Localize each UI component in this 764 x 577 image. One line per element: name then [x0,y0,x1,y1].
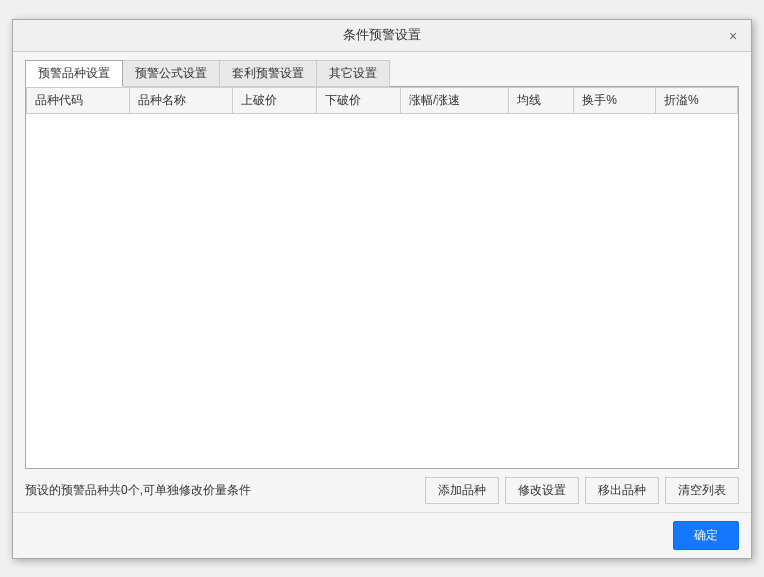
column-header-品种名称: 品种名称 [130,87,233,113]
column-header-品种代码: 品种代码 [27,87,130,113]
tab-content: 品种代码品种名称上破价下破价涨幅/涨速均线换手%折溢% [25,86,739,469]
product-table: 品种代码品种名称上破价下破价涨幅/涨速均线换手%折溢% [26,87,738,114]
tab-formula[interactable]: 预警公式设置 [122,60,220,87]
confirm-button[interactable]: 确定 [673,521,739,550]
dialog-footer: 确定 [13,512,751,558]
tab-other[interactable]: 其它设置 [316,60,390,87]
footer: 预设的预警品种共0个,可单独修改价量条件 添加品种修改设置移出品种清空列表 [25,469,739,504]
btn-修改设置[interactable]: 修改设置 [505,477,579,504]
tab-bar: 预警品种设置预警公式设置套利预警设置其它设置 [25,60,739,87]
column-header-均线: 均线 [509,87,574,113]
dialog-title: 条件预警设置 [343,26,421,44]
column-header-折溢%: 折溢% [656,87,738,113]
table-header: 品种代码品种名称上破价下破价涨幅/涨速均线换手%折溢% [27,87,738,113]
column-header-换手%: 换手% [574,87,656,113]
action-buttons: 添加品种修改设置移出品种清空列表 [425,477,739,504]
close-button[interactable]: × [723,26,743,46]
dialog-body: 预警品种设置预警公式设置套利预警设置其它设置 品种代码品种名称上破价下破价涨幅/… [13,52,751,512]
tab-profit[interactable]: 套利预警设置 [219,60,317,87]
btn-清空列表[interactable]: 清空列表 [665,477,739,504]
dialog-window: 条件预警设置 × 预警品种设置预警公式设置套利预警设置其它设置 品种代码品种名称… [12,19,752,559]
btn-移出品种[interactable]: 移出品种 [585,477,659,504]
table-header-row: 品种代码品种名称上破价下破价涨幅/涨速均线换手%折溢% [27,87,738,113]
table-container: 品种代码品种名称上破价下破价涨幅/涨速均线换手%折溢% [26,87,738,468]
status-text: 预设的预警品种共0个,可单独修改价量条件 [25,482,251,499]
btn-添加品种[interactable]: 添加品种 [425,477,499,504]
column-header-涨幅/涨速: 涨幅/涨速 [400,87,508,113]
column-header-下破价: 下破价 [316,87,400,113]
tab-product[interactable]: 预警品种设置 [25,60,123,87]
title-bar: 条件预警设置 × [13,20,751,52]
column-header-上破价: 上破价 [233,87,317,113]
